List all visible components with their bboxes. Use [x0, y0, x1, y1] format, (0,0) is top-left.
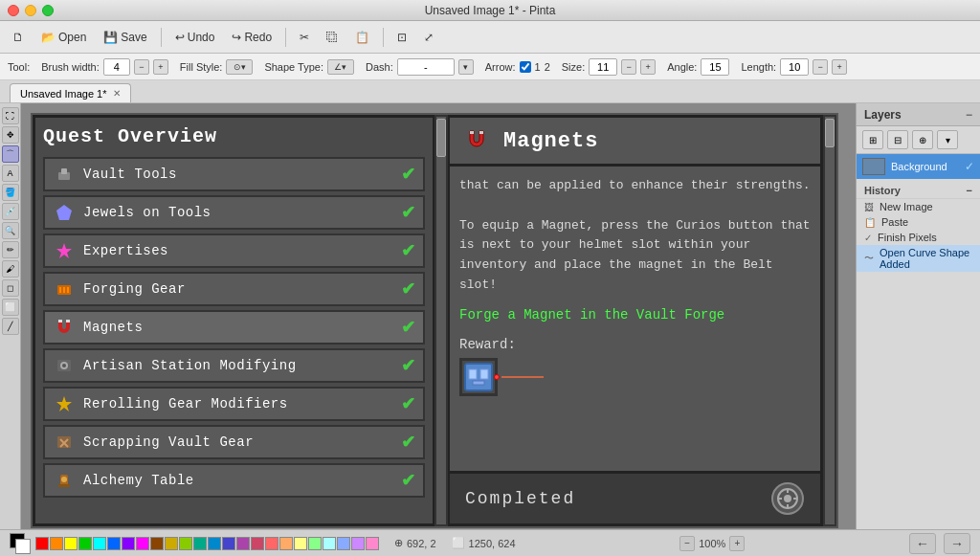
brush-minus-btn[interactable]: −	[134, 59, 149, 75]
color-swatch-5[interactable]	[107, 537, 121, 550]
tool-shape[interactable]: ⬜	[2, 299, 19, 316]
layers-op-dropdown[interactable]: ▾	[937, 130, 958, 149]
history-finish-pixels[interactable]: ✓ Finish Pixels	[857, 230, 980, 245]
length-plus[interactable]: +	[832, 59, 847, 75]
zoom-in-btn[interactable]: +	[729, 536, 745, 551]
color-swatch-17[interactable]	[279, 537, 293, 550]
reward-container	[459, 358, 498, 396]
color-swatch-16[interactable]	[265, 537, 278, 550]
history-paste[interactable]: 📋 Paste	[857, 214, 980, 230]
cut-button[interactable]: ✂	[293, 27, 316, 48]
tool-text[interactable]: A	[2, 165, 19, 182]
nav-forward-btn[interactable]: →	[944, 533, 970, 554]
layers-op-btn-1[interactable]: ⊞	[862, 130, 883, 149]
color-swatch-18[interactable]	[294, 537, 307, 550]
quest-item-3[interactable]: Forging Gear✔	[43, 272, 425, 306]
size-input[interactable]	[589, 58, 617, 76]
quest-item-4[interactable]: Magnets✔	[43, 310, 425, 345]
color-swatch-13[interactable]	[222, 537, 235, 550]
open-button[interactable]: 📂 Open	[34, 27, 93, 48]
color-swatch-4[interactable]	[93, 537, 106, 550]
color-swatch-6[interactable]	[122, 537, 135, 550]
paste-button[interactable]: 📋	[348, 27, 376, 48]
quest-list-scrollbar[interactable]	[434, 115, 448, 526]
color-swatch-2[interactable]	[64, 537, 78, 550]
dash-dropdown[interactable]: ▾	[458, 59, 474, 75]
fill-group: Fill Style: ⊙▾	[180, 59, 254, 75]
fill-select[interactable]: ⊙▾	[226, 59, 253, 75]
quest-item-8[interactable]: Alchemy Table✔	[43, 463, 425, 498]
tool-fill[interactable]: 🪣	[2, 184, 19, 201]
quest-item-name-5: Artisan Station Modifying	[83, 358, 401, 373]
detail-scrollbar[interactable]	[823, 115, 836, 526]
layer-background[interactable]: Background ✓	[857, 154, 980, 179]
history-curve-shape[interactable]: 〜 Open Curve Shape Added	[857, 245, 980, 272]
crop-button[interactable]: ⊡	[390, 27, 413, 48]
canvas-area[interactable]: Quest Overview Vault Tools✔Jewels on Too…	[21, 103, 856, 529]
maximize-button[interactable]	[42, 5, 54, 16]
shape-select[interactable]: ∠▾	[327, 59, 354, 75]
quest-item-1[interactable]: Jewels on Tools✔	[43, 195, 425, 230]
layers-op-btn-2[interactable]: ⊟	[887, 130, 908, 149]
copy-button[interactable]: ⿻	[320, 27, 345, 48]
nav-back-btn[interactable]: ←	[909, 533, 936, 554]
tool-line[interactable]: ╱	[2, 318, 19, 335]
tool-pencil[interactable]: ✏	[2, 241, 19, 258]
tab-unsaved-image[interactable]: Unsaved Image 1* ✕	[10, 83, 131, 102]
redo-button[interactable]: ↪ Redo	[225, 27, 278, 48]
color-swatch-20[interactable]	[323, 537, 336, 550]
detail-reward-label: Reward:	[459, 337, 811, 352]
color-swatch-3[interactable]	[78, 537, 92, 550]
brush-plus-btn[interactable]: +	[153, 59, 168, 75]
history-new-image[interactable]: 🖼 New Image	[857, 199, 980, 214]
length-input[interactable]	[780, 58, 809, 76]
fill-label: Fill Style:	[180, 61, 223, 73]
new-button[interactable]: 🗋	[6, 27, 31, 48]
tool-eraser[interactable]: ◻	[2, 279, 19, 297]
color-swatch-23[interactable]	[366, 537, 379, 550]
zoom-out-btn[interactable]: −	[679, 536, 695, 551]
history-title: History	[864, 185, 901, 196]
tool-brush[interactable]: 🖌	[2, 260, 19, 278]
color-swatch-8[interactable]	[150, 537, 164, 550]
quest-item-7[interactable]: Scrapping Vault Gear✔	[43, 425, 425, 459]
color-swatch-19[interactable]	[308, 537, 322, 550]
length-minus[interactable]: −	[813, 59, 828, 75]
color-swatch-7[interactable]	[136, 537, 149, 550]
quest-item-5[interactable]: Artisan Station Modifying✔	[43, 348, 425, 383]
color-swatch-11[interactable]	[193, 537, 207, 550]
detail-scroll-thumb[interactable]	[825, 119, 835, 147]
color-swatch-1[interactable]	[50, 537, 63, 550]
close-button[interactable]	[8, 5, 19, 16]
arrow-checkbox[interactable]	[520, 61, 531, 73]
color-swatch-12[interactable]	[208, 537, 221, 550]
tool-eyedrop[interactable]: 💉	[2, 203, 19, 220]
minimize-button[interactable]	[25, 5, 36, 16]
size-plus[interactable]: +	[640, 59, 656, 75]
scroll-thumb[interactable]	[436, 119, 446, 157]
tool-select[interactable]: ⛶	[2, 107, 19, 124]
tool-zoom[interactable]: 🔍	[2, 222, 19, 239]
quest-item-0[interactable]: Vault Tools✔	[43, 157, 425, 191]
angle-input[interactable]	[701, 58, 729, 76]
quest-item-6[interactable]: Rerolling Gear Modifiers✔	[43, 387, 425, 421]
color-swatch-21[interactable]	[337, 537, 350, 550]
undo-button[interactable]: ↩ Undo	[168, 27, 222, 48]
color-swatch-9[interactable]	[165, 537, 178, 550]
color-swatch-0[interactable]	[35, 537, 49, 550]
save-button[interactable]: 💾 Save	[97, 27, 153, 48]
quest-item-2[interactable]: Expertises✔	[43, 234, 425, 268]
color-swatch-bw[interactable]	[10, 533, 31, 554]
brush-input[interactable]	[103, 58, 130, 76]
tool-move[interactable]: ✥	[2, 126, 19, 144]
tab-close-btn[interactable]: ✕	[113, 88, 121, 99]
color-swatch-10[interactable]	[179, 537, 192, 550]
resize-button[interactable]: ⤢	[417, 27, 440, 48]
color-swatch-22[interactable]	[351, 537, 365, 550]
tool-curve[interactable]: ⌒	[2, 145, 19, 163]
color-swatch-15[interactable]	[251, 537, 264, 550]
layers-op-btn-3[interactable]: ⊕	[912, 130, 933, 149]
color-swatch-14[interactable]	[236, 537, 250, 550]
dash-input[interactable]	[397, 58, 455, 76]
size-minus[interactable]: −	[621, 59, 636, 75]
